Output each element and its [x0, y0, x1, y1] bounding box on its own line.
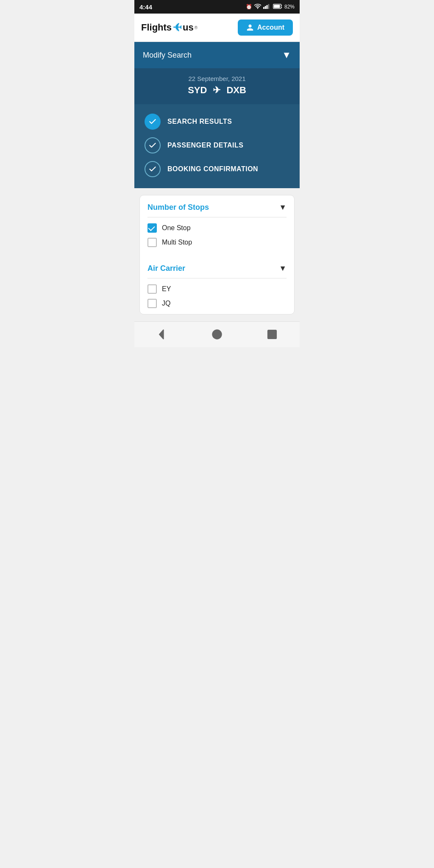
checkmark-icon-3	[148, 165, 157, 173]
multi-stop-label: Multi Stop	[162, 239, 192, 246]
flight-destination: DXB	[226, 85, 246, 96]
home-button[interactable]	[209, 327, 225, 342]
step-label-2: PASSENGER DETAILS	[167, 142, 243, 149]
step-circle-3	[145, 161, 161, 177]
modify-search-label: Modify Search	[143, 51, 192, 60]
air-carrier-filter-title: Air Carrier	[147, 264, 185, 273]
svg-rect-3	[268, 4, 269, 8]
filter-panel: Number of Stops ▼ One Stop Multi Stop Ai…	[139, 195, 295, 314]
account-button[interactable]: Account	[238, 19, 293, 36]
stops-filter-header[interactable]: Number of Stops ▼	[147, 203, 287, 217]
stop-icon	[266, 328, 278, 340]
svg-rect-1	[265, 6, 266, 9]
flight-plane-icon: ✈	[213, 85, 220, 96]
home-icon	[211, 328, 223, 340]
ey-option[interactable]: EY	[147, 284, 287, 294]
jq-option[interactable]: JQ	[147, 299, 287, 308]
checkmark-icon-1	[148, 117, 157, 126]
back-icon	[156, 328, 168, 340]
flight-origin: SYD	[188, 85, 207, 96]
bottom-nav	[134, 321, 300, 347]
multi-stop-option[interactable]: Multi Stop	[147, 238, 287, 247]
stops-filter-title: Number of Stops	[147, 203, 209, 212]
status-time: 4:44	[139, 3, 152, 11]
svg-marker-8	[159, 330, 163, 339]
multi-stop-checkbox[interactable]	[147, 238, 157, 247]
air-carrier-filter-section: Air Carrier ▼ EY JQ	[140, 256, 294, 311]
one-stop-checkbox[interactable]	[147, 223, 157, 233]
svg-rect-7	[274, 5, 280, 8]
one-stop-option[interactable]: One Stop	[147, 223, 287, 233]
logo-us: us	[183, 22, 194, 33]
stops-filter-options: One Stop Multi Stop	[147, 217, 287, 247]
battery-icon	[273, 4, 282, 10]
step-passenger-details: PASSENGER DETAILS	[145, 137, 289, 153]
modify-search-chevron: ▼	[282, 50, 291, 61]
logo-plane-icon: ✈	[172, 21, 182, 34]
wifi-icon	[254, 4, 261, 10]
air-carrier-filter-header[interactable]: Air Carrier ▼	[147, 264, 287, 278]
stops-filter-chevron: ▼	[279, 203, 287, 212]
status-icons: ⏰ 82%	[246, 4, 295, 10]
back-button[interactable]	[154, 327, 170, 342]
status-bar: 4:44 ⏰ 82%	[134, 0, 300, 14]
air-carrier-filter-chevron: ▼	[279, 264, 287, 273]
stops-filter-section: Number of Stops ▼ One Stop Multi Stop	[140, 195, 294, 250]
step-label-3: BOOKING CONFIRMATION	[167, 165, 258, 173]
svg-rect-2	[266, 5, 267, 9]
ey-checkbox[interactable]	[147, 284, 157, 294]
modify-search-bar[interactable]: Modify Search ▼	[134, 42, 300, 68]
account-icon	[246, 24, 254, 31]
svg-rect-0	[263, 7, 264, 9]
logo-trademark: ®	[195, 25, 198, 30]
step-booking-confirmation: BOOKING CONFIRMATION	[145, 161, 289, 177]
svg-point-9	[213, 330, 222, 339]
battery-percent: 82%	[284, 4, 295, 10]
air-carrier-filter-options: EY JQ	[147, 278, 287, 308]
signal-icon	[263, 4, 271, 10]
flight-date: 22 September, 2021	[188, 75, 245, 82]
step-circle-1	[145, 114, 161, 130]
account-label: Account	[257, 24, 284, 31]
flight-route: SYD ✈ DXB	[188, 85, 246, 96]
svg-rect-10	[268, 330, 277, 339]
step-circle-2	[145, 137, 161, 153]
section-divider	[140, 250, 294, 256]
alarm-icon: ⏰	[246, 4, 252, 10]
ey-label: EY	[162, 285, 171, 293]
app-logo: Flights ✈ us®	[141, 21, 198, 34]
checkmark-icon-2	[148, 141, 157, 150]
app-header: Flights ✈ us® Account	[134, 14, 300, 42]
jq-label: JQ	[162, 300, 170, 307]
logo-flights: Flights	[141, 22, 172, 33]
progress-steps: SEARCH RESULTS PASSENGER DETAILS BOOKING…	[134, 104, 300, 188]
one-stop-label: One Stop	[162, 224, 191, 232]
step-search-results: SEARCH RESULTS	[145, 114, 289, 130]
flight-info-bar: 22 September, 2021 SYD ✈ DXB	[134, 68, 300, 104]
stop-button[interactable]	[264, 327, 280, 342]
step-label-1: SEARCH RESULTS	[167, 118, 232, 125]
jq-checkbox[interactable]	[147, 299, 157, 308]
